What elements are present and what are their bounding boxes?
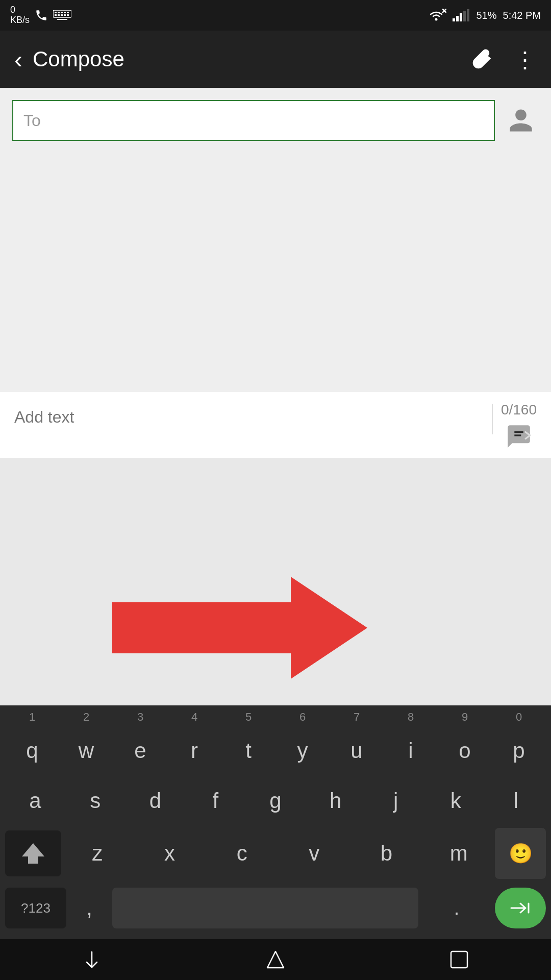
symbols-key[interactable]: ?123 — [5, 888, 66, 928]
num-hint-4: 4 — [167, 710, 221, 724]
tab-icon — [509, 900, 532, 916]
num-hint-5: 5 — [221, 710, 276, 724]
svg-rect-17 — [460, 13, 462, 21]
nav-home-button[interactable] — [255, 939, 296, 980]
num-hint-2: 2 — [59, 710, 113, 724]
num-hint-0: 0 — [492, 710, 546, 724]
key-a[interactable]: a — [5, 778, 65, 824]
shift-key[interactable] — [5, 830, 61, 876]
battery-text: 51% — [476, 10, 496, 21]
svg-marker-27 — [267, 951, 284, 968]
status-right: 51% 5:42 PM — [426, 9, 541, 22]
keyboard: 1 2 3 4 5 6 7 8 9 0 q w e r t y u i o p … — [0, 705, 551, 939]
svg-marker-26 — [112, 577, 367, 679]
svg-rect-0 — [53, 10, 71, 17]
keyboard-status-icon — [53, 10, 71, 20]
nav-back-button[interactable] — [71, 939, 112, 980]
num-hint-6: 6 — [276, 710, 330, 724]
vertical-divider — [492, 404, 493, 434]
red-arrow-overlay — [112, 577, 367, 679]
to-input[interactable] — [23, 111, 484, 130]
message-input[interactable] — [14, 402, 484, 432]
key-b[interactable]: b — [350, 830, 423, 876]
key-i[interactable]: i — [384, 728, 438, 774]
svg-rect-7 — [58, 14, 60, 16]
nav-back-icon — [82, 949, 102, 970]
key-y[interactable]: y — [276, 728, 330, 774]
key-v[interactable]: v — [278, 830, 350, 876]
key-d[interactable]: d — [126, 778, 186, 824]
message-body[interactable] — [0, 141, 551, 391]
key-c[interactable]: c — [206, 830, 278, 876]
svg-rect-3 — [61, 12, 63, 13]
key-u[interactable]: u — [330, 728, 384, 774]
to-row — [12, 100, 539, 141]
status-bar: 0 KB/s — [0, 0, 551, 31]
key-x[interactable]: x — [134, 830, 206, 876]
keyboard-row-4: ?123 , . — [0, 881, 551, 939]
svg-point-12 — [435, 18, 438, 21]
emoji-key[interactable]: 🙂 — [495, 828, 546, 879]
svg-rect-8 — [61, 14, 63, 16]
key-q[interactable]: q — [5, 728, 59, 774]
shift-base — [28, 856, 38, 864]
nav-recent-button[interactable] — [439, 939, 480, 980]
key-r[interactable]: r — [167, 728, 221, 774]
signal-icon — [453, 9, 470, 21]
wifi-icon — [426, 9, 446, 22]
num-hint-1: 1 — [5, 710, 59, 724]
svg-rect-4 — [64, 12, 66, 13]
back-button[interactable]: ‹ — [14, 45, 22, 74]
keyboard-row-3: z x c v b m 🙂 — [0, 826, 551, 881]
more-options-button[interactable]: ⋮ — [514, 46, 537, 72]
key-m[interactable]: m — [422, 830, 495, 876]
emoji-icon: 🙂 — [509, 842, 533, 865]
svg-rect-18 — [463, 11, 466, 21]
to-input-wrapper[interactable] — [12, 100, 495, 141]
num-hint-7: 7 — [330, 710, 384, 724]
keyboard-row-1: q w e r t y u i o p — [0, 726, 551, 776]
key-s[interactable]: s — [65, 778, 126, 824]
text-input-area: 0/160 — [0, 391, 551, 458]
period-key[interactable]: . — [418, 885, 495, 931]
key-g[interactable]: g — [245, 778, 306, 824]
svg-rect-9 — [64, 14, 66, 16]
nav-recent-icon — [450, 950, 468, 969]
key-w[interactable]: w — [59, 728, 113, 774]
num-hint-3: 3 — [113, 710, 167, 724]
status-left: 0 KB/s — [10, 5, 71, 26]
key-f[interactable]: f — [185, 778, 245, 824]
add-contact-button[interactable] — [503, 103, 539, 138]
shift-icon — [22, 843, 44, 856]
key-k[interactable]: k — [425, 778, 486, 824]
svg-rect-5 — [67, 12, 69, 13]
key-e[interactable]: e — [113, 728, 167, 774]
key-t[interactable]: t — [221, 728, 276, 774]
key-h[interactable]: h — [306, 778, 366, 824]
tab-key[interactable] — [495, 888, 546, 928]
key-j[interactable]: j — [366, 778, 426, 824]
keyboard-numbers-row: 1 2 3 4 5 6 7 8 9 0 — [0, 705, 551, 726]
key-p[interactable]: p — [492, 728, 546, 774]
attach-button[interactable] — [471, 48, 493, 70]
compose-area — [0, 88, 551, 141]
svg-rect-15 — [453, 18, 455, 21]
phone-icon — [35, 9, 48, 22]
keyboard-row-2: a s d f g h j k l — [0, 776, 551, 826]
svg-rect-6 — [55, 14, 57, 16]
person-icon — [507, 107, 535, 134]
svg-rect-2 — [58, 12, 60, 13]
key-o[interactable]: o — [438, 728, 492, 774]
svg-rect-1 — [55, 12, 57, 13]
app-title: Compose — [33, 47, 471, 71]
nav-bar — [0, 939, 551, 980]
char-count-area: 0/160 — [501, 402, 537, 448]
space-key[interactable] — [112, 888, 418, 928]
key-l[interactable]: l — [486, 778, 546, 824]
kb-status: 0 KB/s — [10, 5, 30, 26]
comma-key[interactable]: , — [66, 885, 112, 931]
svg-rect-28 — [451, 951, 467, 968]
key-z[interactable]: z — [61, 830, 134, 876]
char-count: 0/160 — [501, 402, 537, 418]
app-bar: ‹ Compose ⋮ — [0, 31, 551, 88]
